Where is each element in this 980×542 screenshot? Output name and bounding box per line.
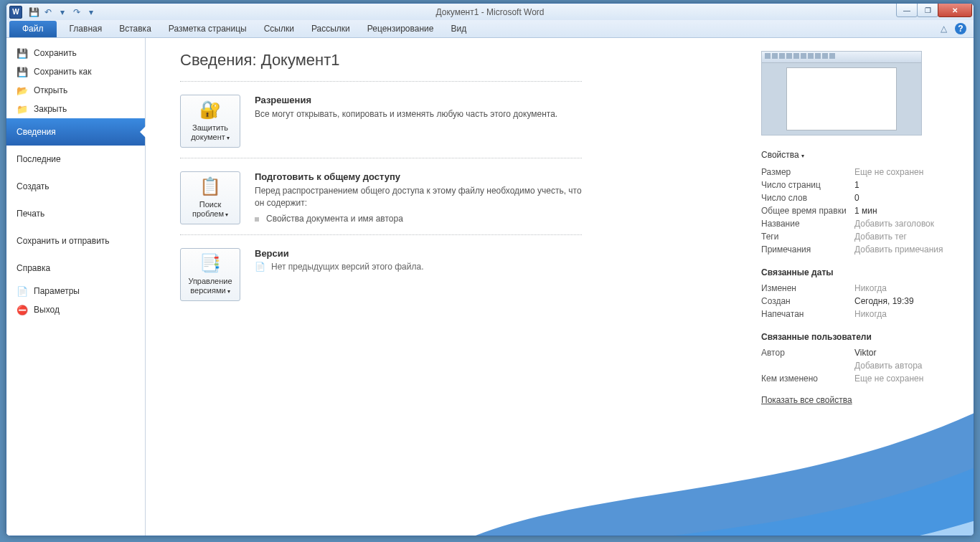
section-title: Разрешения: [255, 95, 582, 105]
sidebar-item-options[interactable]: 📄 Параметры: [6, 282, 145, 300]
versions-icon: 📑: [199, 253, 221, 274]
close-button[interactable]: ✕: [938, 3, 972, 17]
separator: [180, 234, 582, 235]
show-all-properties-link[interactable]: Показать все свойства: [761, 395, 852, 405]
help-icon[interactable]: ?: [955, 23, 966, 34]
sidebar-item-save[interactable]: 💾 Сохранить: [6, 44, 145, 62]
separator: [180, 158, 582, 158]
exit-icon: ⛔: [17, 304, 28, 315]
quick-access-toolbar: 💾 ↶ ▾ ↷ ▾: [28, 6, 97, 18]
property-value[interactable]: Еще не сохранен: [854, 372, 923, 385]
sidebar-item-label: Сохранить как: [34, 67, 91, 77]
tab-view[interactable]: Вид: [442, 21, 475, 37]
save-icon: 💾: [17, 47, 28, 59]
people-list: АвторViktorДобавить автораКем измененоЕщ…: [761, 346, 955, 385]
property-row: Кем измененоЕще не сохранен: [761, 372, 955, 385]
property-key: Автор: [761, 346, 854, 359]
property-value: Сегодня, 19:39: [854, 295, 914, 308]
related-dates-title: Связанные даты: [761, 267, 955, 277]
property-key: Теги: [761, 230, 854, 243]
sidebar-item-new[interactable]: Создать: [6, 173, 145, 200]
close-doc-icon: 📁: [17, 103, 28, 115]
tab-insert[interactable]: Вставка: [110, 21, 160, 37]
qat-undo-icon[interactable]: ↶: [42, 6, 54, 18]
property-value[interactable]: Никогда: [854, 308, 887, 320]
section-title: Версии: [255, 248, 582, 259]
property-value[interactable]: Добавить автора: [854, 359, 923, 372]
property-value[interactable]: Еще не сохранен: [854, 166, 923, 179]
property-row: Добавить автора: [761, 359, 955, 372]
property-value[interactable]: Добавить примечания: [854, 243, 943, 256]
section-text: Перед распространением общего доступа к …: [255, 185, 582, 209]
ribbon-tabs: Файл Главная Вставка Разметка страницы С…: [6, 20, 974, 38]
tab-layout[interactable]: Разметка страницы: [160, 21, 255, 37]
sidebar-item-recent[interactable]: Последние: [6, 146, 145, 173]
tab-references[interactable]: Ссылки: [255, 21, 303, 37]
page-title: Сведения: Документ1: [180, 51, 582, 70]
property-key: Напечатан: [761, 308, 854, 320]
sidebar-item-label: Создать: [17, 181, 50, 191]
bullet-icon: [255, 217, 259, 222]
window-title: Документ1 - Microsoft Word: [435, 7, 544, 17]
window-frame: W 💾 ↶ ▾ ↷ ▾ Документ1 - Microsoft Word —…: [6, 3, 974, 536]
qat-save-icon[interactable]: 💾: [28, 6, 39, 18]
property-row: РазмерЕще не сохранен: [761, 166, 955, 179]
tab-review[interactable]: Рецензирование: [359, 21, 443, 37]
tab-file[interactable]: Файл: [9, 21, 57, 37]
sidebar-item-print[interactable]: Печать: [6, 200, 145, 227]
sidebar-item-label: Выход: [34, 305, 60, 315]
property-value[interactable]: Добавить заголовок: [854, 217, 934, 230]
minimize-button[interactable]: —: [896, 3, 918, 17]
ribbon-collapse-icon[interactable]: △: [938, 23, 949, 34]
sidebar-item-saveas[interactable]: 💾 Сохранить как: [6, 62, 145, 81]
property-key: Размер: [761, 166, 854, 179]
version-doc-icon: 📄: [255, 262, 265, 272]
check-issues-button[interactable]: 📋 Поиск проблем▾: [180, 171, 240, 224]
property-key: Создан: [761, 295, 854, 308]
chevron-down-icon: ▾: [225, 211, 228, 219]
protect-document-button[interactable]: 🔐 Защитить документ▾: [180, 95, 240, 148]
dates-list: ИзмененНикогдаСозданСегодня, 19:39Напеча…: [761, 282, 955, 320]
app-icon: W: [9, 6, 22, 19]
properties-label: Свойства: [761, 150, 799, 160]
manage-versions-button[interactable]: 📑 Управление версиями▾: [180, 248, 240, 301]
main-panel: Сведения: Документ1 🔐 Защитить документ▾…: [146, 38, 974, 536]
property-key: Название: [761, 217, 854, 230]
property-row: НапечатанНикогда: [761, 308, 955, 320]
chevron-down-icon: ▾: [227, 288, 230, 295]
sidebar-item-label: Сведения: [17, 127, 56, 137]
property-row: ИзмененНикогда: [761, 282, 955, 295]
qat-redo-icon[interactable]: ↷: [71, 6, 83, 18]
property-value[interactable]: Добавить тег: [854, 230, 907, 243]
qat-undo-dd-icon[interactable]: ▾: [57, 6, 68, 18]
sidebar-item-label: Печать: [17, 209, 44, 219]
options-icon: 📄: [17, 285, 28, 297]
sidebar-item-info[interactable]: Сведения: [6, 118, 145, 146]
sidebar-item-share[interactable]: Сохранить и отправить: [6, 227, 145, 255]
sidebar-item-close[interactable]: 📁 Закрыть: [6, 100, 145, 118]
maximize-button[interactable]: ❐: [917, 3, 938, 17]
properties-dropdown[interactable]: Свойства ▾: [761, 150, 955, 160]
property-key: Кем изменено: [761, 372, 854, 385]
section-versions: 📑 Управление версиями▾ Версии 📄 Нет пред…: [180, 248, 582, 301]
property-key: Изменен: [761, 282, 854, 295]
sidebar-item-exit[interactable]: ⛔ Выход: [6, 300, 145, 319]
property-value: 0: [854, 191, 859, 204]
tab-mailings[interactable]: Рассылки: [303, 21, 359, 37]
section-prepare-share: 📋 Поиск проблем▾ Подготовить к общему до…: [180, 171, 582, 224]
tab-home[interactable]: Главная: [61, 21, 111, 37]
property-value: Viktor: [854, 346, 876, 359]
qat-customize-icon[interactable]: ▾: [85, 6, 97, 18]
property-row: ТегиДобавить тег: [761, 230, 955, 243]
check-icon: 📋: [199, 176, 221, 197]
backstage: 💾 Сохранить 💾 Сохранить как 📂 Открыть 📁 …: [6, 38, 974, 536]
document-preview[interactable]: [761, 51, 922, 136]
bullet-text: Свойства документа и имя автора: [266, 214, 403, 224]
chevron-down-icon: ▾: [227, 135, 230, 142]
sidebar-item-label: Параметры: [34, 286, 80, 296]
sidebar-item-help[interactable]: Справка: [6, 255, 145, 282]
property-row: СозданСегодня, 19:39: [761, 295, 955, 308]
chevron-down-icon: ▾: [801, 153, 804, 159]
sidebar-item-open[interactable]: 📂 Открыть: [6, 81, 145, 100]
property-value[interactable]: Никогда: [854, 282, 887, 295]
